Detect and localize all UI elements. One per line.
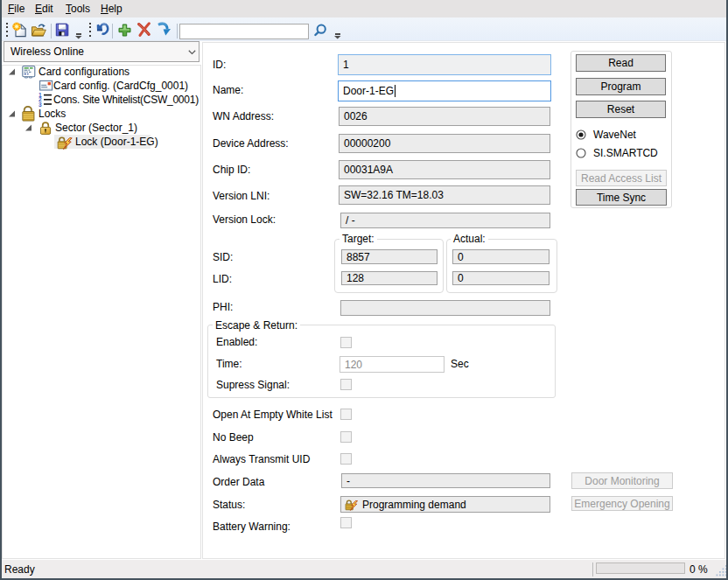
svg-text:3: 3 (38, 101, 42, 108)
